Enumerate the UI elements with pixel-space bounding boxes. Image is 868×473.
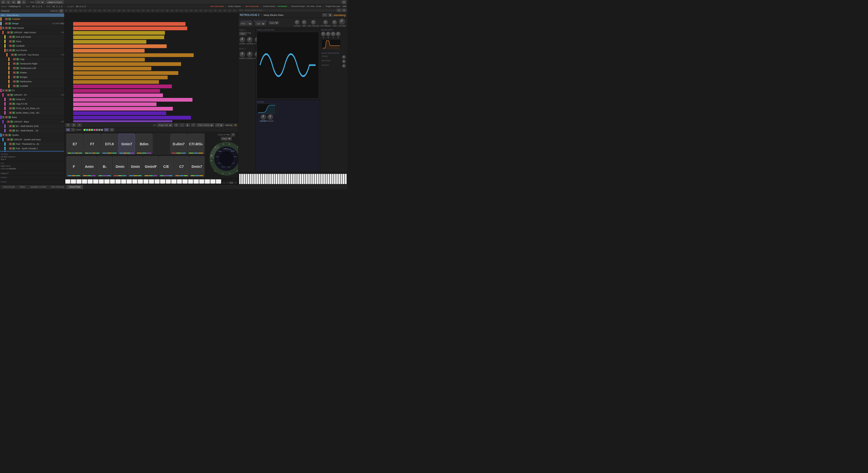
octave-knob[interactable] [295, 20, 299, 25]
chord-pad[interactable]: C/E [159, 156, 174, 177]
grid-select[interactable]: Grid [35, 0, 44, 4]
track-lane[interactable] [64, 18, 238, 22]
track-solo-btn[interactable]: S [10, 138, 13, 141]
retrologue-expand-btn[interactable]: ⊞ [342, 9, 346, 12]
track-mute-btn[interactable]: M [13, 67, 16, 69]
track-lane[interactable] [64, 75, 238, 80]
av2-btn[interactable]: ⊞ [110, 128, 114, 131]
track-clip[interactable] [73, 44, 167, 48]
track-clip[interactable] [73, 67, 151, 70]
track-row[interactable]: MSPad - Synth Chorale 1 [0, 146, 64, 151]
track-mute-btn[interactable]: M [7, 94, 10, 96]
piano-white-key[interactable] [88, 179, 93, 184]
retrologue-piano-key[interactable] [306, 174, 308, 184]
cof-mode-select[interactable]: Major [221, 137, 231, 140]
chord-pad[interactable]: C7/♭9/G♭ [187, 134, 204, 154]
piano-white-key[interactable] [121, 179, 126, 184]
retrologue-piano-key[interactable] [261, 174, 262, 184]
piano-white-key[interactable] [93, 179, 98, 184]
track-mute-btn[interactable]: M [9, 98, 12, 101]
decay-knob[interactable] [326, 32, 331, 36]
piano-white-key[interactable] [71, 179, 76, 184]
retrologue-piano-key[interactable] [241, 174, 243, 184]
track-lane[interactable] [64, 120, 238, 122]
track-solo-btn[interactable]: S [10, 31, 13, 34]
track-solo-btn[interactable]: S [12, 36, 15, 38]
track-clip[interactable] [73, 35, 164, 39]
chord-pad[interactable]: F7 [84, 134, 101, 154]
track-clip[interactable] [73, 120, 173, 122]
track-solo-btn[interactable]: S [12, 103, 15, 105]
piano-white-key[interactable] [104, 179, 110, 184]
track-mute-btn[interactable]: M [9, 143, 12, 145]
track-mute-btn[interactable]: M [5, 134, 8, 136]
track-clip[interactable] [73, 53, 194, 57]
track-row[interactable]: MSBongos [0, 75, 64, 79]
retrologue-piano-key[interactable] [293, 174, 295, 184]
track-row[interactable]: MSTambourine Left [0, 66, 64, 70]
retrologue-piano-key[interactable] [252, 174, 254, 184]
channel-settings-btn[interactable]: ⚙ [59, 9, 63, 13]
piano-white-key[interactable] [149, 179, 154, 184]
track-solo-btn[interactable]: S [12, 112, 15, 114]
chord-pad[interactable]: C7 [174, 156, 189, 177]
piano-white-key[interactable] [110, 179, 115, 184]
track-clip[interactable] [73, 71, 178, 75]
track-mute-btn[interactable]: M [13, 80, 16, 83]
track-lane[interactable] [64, 58, 238, 62]
mod-wheel-knob[interactable] [342, 60, 346, 63]
retrologue-piano-key[interactable] [332, 174, 334, 184]
track-lane[interactable] [64, 26, 238, 31]
track-mute-btn[interactable]: M [9, 147, 12, 150]
track-mute-btn[interactable]: M [9, 36, 12, 38]
retrologue-piano-key[interactable] [271, 174, 273, 184]
track-row[interactable]: MSShaker [0, 70, 64, 75]
track-row[interactable]: MSClap [0, 57, 64, 61]
retrologue-piano-key[interactable] [299, 174, 301, 184]
track-lane[interactable] [64, 116, 238, 120]
track-clip[interactable] [73, 107, 173, 111]
piano-white-key[interactable] [216, 179, 221, 184]
track-mute-btn[interactable]: M [9, 44, 12, 47]
track-clip[interactable] [73, 58, 145, 61]
shape-knob[interactable] [240, 37, 245, 42]
track-row[interactable]: MSClap FX Hit [0, 102, 64, 106]
off-select[interactable]: Off [215, 123, 223, 127]
track-row[interactable]: MSFC15_Kit_02_Riser_LH [0, 106, 64, 111]
track-clip[interactable] [73, 62, 181, 66]
track-lane[interactable] [64, 71, 238, 75]
track-clip[interactable] [73, 27, 187, 30]
track-solo-btn[interactable]: S [12, 98, 15, 101]
chord-pad[interactable]: Bdim [136, 134, 153, 154]
track-solo-btn[interactable]: S [8, 134, 11, 136]
track-lane[interactable] [64, 89, 238, 93]
retrologue-piano-key[interactable] [304, 174, 306, 184]
chord-pad[interactable]: Dmin [113, 156, 127, 177]
chord-pad[interactable]: Gmin/F [143, 156, 158, 177]
track-solo-btn[interactable]: S [10, 94, 13, 96]
retrologue-piano-key[interactable] [321, 174, 323, 184]
piano-white-key[interactable] [82, 179, 87, 184]
track-solo-btn[interactable]: S [12, 40, 15, 43]
sustain-knob[interactable] [331, 32, 336, 36]
track-row[interactable]: MSSynth_Wave_Cras...NC [0, 111, 64, 115]
av-btn[interactable]: AV [104, 128, 109, 131]
track-mute-btn[interactable]: M [7, 121, 10, 123]
track-lane[interactable] [64, 35, 238, 40]
track-row[interactable]: MSGROUP - Bass-6.0 [0, 120, 64, 124]
chord-pad[interactable]: E7 [66, 134, 83, 154]
track-mute-btn[interactable]: M [13, 71, 16, 74]
settings-btn[interactable]: ⚙ [342, 0, 346, 4]
track-lane[interactable] [64, 111, 238, 116]
piano-white-key[interactable] [199, 179, 205, 184]
voice-mode-select[interactable]: POLY [240, 22, 252, 25]
retrologue-piano-key[interactable] [265, 174, 267, 184]
toolbar-s2-btn[interactable]: S [22, 0, 26, 4]
pitchbend-knob[interactable] [323, 20, 328, 25]
track-mute-btn[interactable]: M [5, 116, 8, 119]
chord-play-btn[interactable]: ▶ [186, 123, 190, 127]
trigger-mode-select[interactable]: Last [255, 22, 266, 25]
track-clip[interactable] [73, 85, 172, 88]
semi-knob[interactable] [302, 20, 307, 25]
track-solo-btn[interactable]: S [12, 125, 15, 127]
